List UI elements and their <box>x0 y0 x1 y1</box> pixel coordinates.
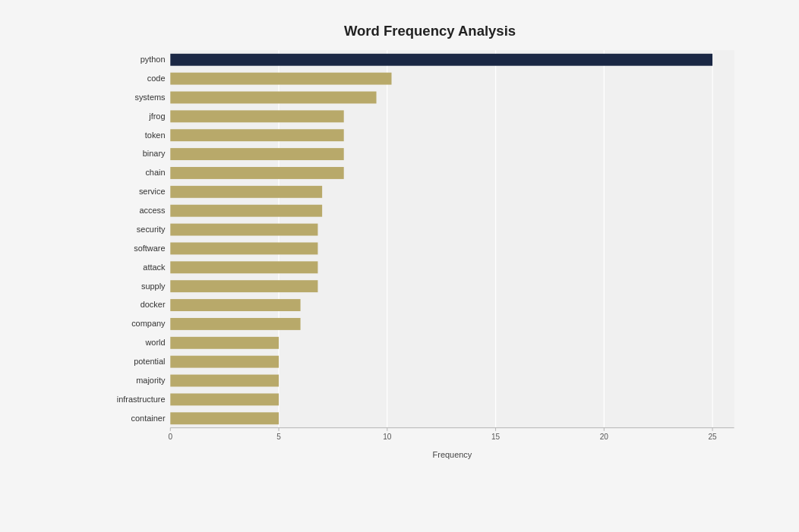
svg-rect-22 <box>170 186 322 198</box>
svg-text:company: company <box>131 319 166 328</box>
svg-text:software: software <box>134 244 165 253</box>
svg-text:chain: chain <box>145 168 165 177</box>
svg-text:supply: supply <box>141 282 166 291</box>
svg-text:infrastructure: infrastructure <box>117 395 166 404</box>
svg-text:binary: binary <box>143 149 166 158</box>
svg-rect-8 <box>170 54 712 66</box>
svg-rect-28 <box>170 242 317 254</box>
svg-text:Word Frequency Analysis: Word Frequency Analysis <box>344 23 516 39</box>
svg-text:Frequency: Frequency <box>433 450 472 459</box>
svg-rect-24 <box>170 205 322 217</box>
svg-rect-44 <box>170 393 279 405</box>
svg-text:20: 20 <box>600 433 609 441</box>
svg-text:service: service <box>139 187 166 196</box>
svg-text:token: token <box>145 131 166 140</box>
chart-container: Word Frequency Analysis pythoncodesystem… <box>0 0 799 532</box>
svg-rect-38 <box>170 337 279 349</box>
svg-rect-36 <box>170 318 300 330</box>
svg-text:attack: attack <box>143 263 166 272</box>
svg-text:docker: docker <box>141 300 166 309</box>
svg-text:5: 5 <box>276 433 281 441</box>
svg-rect-12 <box>170 92 376 104</box>
svg-text:jfrog: jfrog <box>148 112 165 121</box>
svg-rect-16 <box>170 129 343 141</box>
svg-text:code: code <box>147 74 166 83</box>
svg-text:majority: majority <box>136 376 166 385</box>
svg-rect-32 <box>170 280 317 292</box>
svg-rect-10 <box>170 73 391 85</box>
chart-area: pythoncodesystemsjfrogtokenbinarychainse… <box>91 15 769 463</box>
svg-rect-18 <box>170 148 343 160</box>
svg-rect-40 <box>170 356 279 368</box>
svg-text:10: 10 <box>383 433 392 441</box>
svg-rect-30 <box>170 261 317 273</box>
svg-rect-1 <box>170 50 734 427</box>
svg-text:systems: systems <box>134 93 166 102</box>
svg-text:potential: potential <box>134 357 165 366</box>
chart-svg: pythoncodesystemsjfrogtokenbinarychainse… <box>91 15 769 463</box>
svg-rect-34 <box>170 299 300 311</box>
svg-text:access: access <box>140 206 166 215</box>
svg-rect-26 <box>170 224 317 236</box>
svg-rect-14 <box>170 110 343 122</box>
svg-text:0: 0 <box>168 433 172 441</box>
svg-rect-20 <box>170 167 343 179</box>
svg-rect-46 <box>170 412 279 424</box>
svg-text:python: python <box>141 55 166 64</box>
svg-text:security: security <box>137 225 166 234</box>
svg-text:container: container <box>131 414 166 423</box>
svg-text:15: 15 <box>491 433 501 441</box>
svg-text:25: 25 <box>708 433 717 441</box>
svg-text:world: world <box>144 338 165 347</box>
svg-rect-42 <box>170 375 279 387</box>
